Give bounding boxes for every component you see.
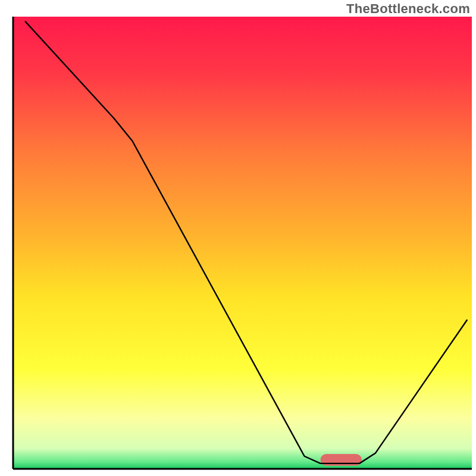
chart-background xyxy=(13,17,472,469)
bottleneck-chart xyxy=(0,0,476,476)
watermark-text: TheBottleneck.com xyxy=(346,1,470,17)
svg-rect-0 xyxy=(13,17,472,469)
